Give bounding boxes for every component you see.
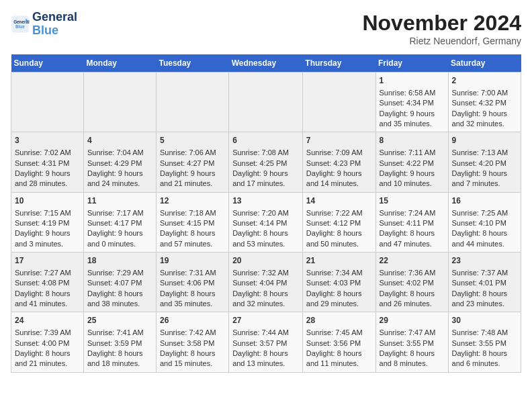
day-info: Sunrise: 7:37 AM Sunset: 4:01 PM Dayligh… [452, 269, 508, 308]
calendar-cell: 20Sunrise: 7:32 AM Sunset: 4:04 PM Dayli… [229, 253, 303, 312]
day-info: Sunrise: 7:06 AM Sunset: 4:27 PM Dayligh… [160, 148, 216, 187]
month-title: November 2024 [362, 11, 521, 36]
calendar-cell [302, 73, 375, 132]
day-number: 5 [160, 135, 225, 146]
day-number: 12 [160, 195, 225, 207]
day-info: Sunrise: 7:25 AM Sunset: 4:10 PM Dayligh… [452, 209, 508, 248]
day-info: Sunrise: 7:08 AM Sunset: 4:25 PM Dayligh… [232, 148, 289, 187]
day-number: 8 [380, 135, 445, 146]
day-number: 25 [87, 315, 152, 326]
day-info: Sunrise: 7:04 AM Sunset: 4:29 PM Dayligh… [87, 148, 144, 187]
day-info: Sunrise: 7:02 AM Sunset: 4:31 PM Dayligh… [15, 148, 71, 187]
day-info: Sunrise: 7:41 AM Sunset: 3:59 PM Dayligh… [87, 328, 144, 367]
day-info: Sunrise: 7:22 AM Sunset: 4:12 PM Dayligh… [306, 209, 363, 248]
day-info: Sunrise: 7:48 AM Sunset: 3:55 PM Dayligh… [452, 328, 508, 367]
day-info: Sunrise: 7:13 AM Sunset: 4:20 PM Dayligh… [452, 148, 508, 187]
calendar-cell: 13Sunrise: 7:20 AM Sunset: 4:14 PM Dayli… [229, 192, 303, 252]
day-info: Sunrise: 7:24 AM Sunset: 4:11 PM Dayligh… [380, 209, 436, 248]
day-number: 11 [87, 195, 152, 207]
day-number: 2 [452, 75, 517, 87]
header: General Blue General Blue November 2024 … [11, 11, 521, 46]
day-number: 1 [380, 75, 445, 87]
calendar-cell: 27Sunrise: 7:44 AM Sunset: 3:57 PM Dayli… [229, 312, 303, 372]
calendar-cell: 1Sunrise: 6:58 AM Sunset: 4:34 PM Daylig… [375, 73, 448, 132]
day-number: 19 [160, 255, 225, 267]
week-row-3: 10Sunrise: 7:15 AM Sunset: 4:19 PM Dayli… [11, 192, 521, 252]
day-info: Sunrise: 7:31 AM Sunset: 4:06 PM Dayligh… [160, 269, 216, 308]
calendar-cell: 25Sunrise: 7:41 AM Sunset: 3:59 PM Dayli… [83, 312, 156, 372]
day-info: Sunrise: 7:18 AM Sunset: 4:15 PM Dayligh… [160, 209, 216, 248]
day-info: Sunrise: 7:47 AM Sunset: 3:55 PM Dayligh… [380, 328, 436, 367]
day-number: 7 [306, 135, 372, 146]
day-info: Sunrise: 7:11 AM Sunset: 4:22 PM Dayligh… [380, 148, 436, 187]
calendar-cell: 14Sunrise: 7:22 AM Sunset: 4:12 PM Dayli… [302, 192, 375, 252]
calendar-cell: 11Sunrise: 7:17 AM Sunset: 4:17 PM Dayli… [83, 192, 156, 252]
day-info: Sunrise: 7:27 AM Sunset: 4:08 PM Dayligh… [15, 269, 71, 308]
calendar-cell: 7Sunrise: 7:09 AM Sunset: 4:23 PM Daylig… [302, 132, 375, 192]
day-info: Sunrise: 7:34 AM Sunset: 4:03 PM Dayligh… [306, 269, 363, 308]
calendar-cell [229, 73, 303, 132]
weekday-header-monday: Monday [83, 54, 156, 73]
logo-text-general: General [32, 11, 77, 24]
calendar-cell [11, 73, 84, 132]
calendar-cell: 12Sunrise: 7:18 AM Sunset: 4:15 PM Dayli… [156, 192, 228, 252]
day-number: 23 [452, 255, 517, 267]
calendar-cell: 15Sunrise: 7:24 AM Sunset: 4:11 PM Dayli… [375, 192, 448, 252]
day-number: 13 [232, 195, 299, 207]
calendar-cell: 2Sunrise: 7:00 AM Sunset: 4:32 PM Daylig… [448, 73, 521, 132]
logo-text-blue: Blue [32, 24, 77, 38]
calendar-cell [83, 73, 156, 132]
day-number: 21 [306, 255, 372, 267]
calendar-cell: 26Sunrise: 7:42 AM Sunset: 3:58 PM Dayli… [156, 312, 228, 372]
day-info: Sunrise: 7:00 AM Sunset: 4:32 PM Dayligh… [452, 89, 508, 128]
logo: General Blue General Blue [11, 11, 77, 38]
weekday-header-wednesday: Wednesday [229, 54, 303, 73]
day-number: 15 [380, 195, 445, 207]
day-number: 17 [15, 255, 80, 267]
day-info: Sunrise: 7:09 AM Sunset: 4:23 PM Dayligh… [306, 148, 363, 187]
calendar-cell: 4Sunrise: 7:04 AM Sunset: 4:29 PM Daylig… [83, 132, 156, 192]
weekday-header-sunday: Sunday [11, 54, 84, 73]
weekday-header-thursday: Thursday [302, 54, 375, 73]
title-area: November 2024 Rietz Neuendorf, Germany [362, 11, 521, 46]
day-number: 30 [452, 315, 517, 326]
day-info: Sunrise: 7:39 AM Sunset: 4:00 PM Dayligh… [15, 328, 71, 367]
day-number: 28 [306, 315, 372, 326]
day-number: 3 [15, 135, 80, 146]
calendar-cell: 19Sunrise: 7:31 AM Sunset: 4:06 PM Dayli… [156, 253, 228, 312]
weekday-header-tuesday: Tuesday [156, 54, 228, 73]
day-info: Sunrise: 7:36 AM Sunset: 4:02 PM Dayligh… [380, 269, 436, 308]
day-info: Sunrise: 7:44 AM Sunset: 3:57 PM Dayligh… [232, 328, 289, 367]
calendar-cell: 16Sunrise: 7:25 AM Sunset: 4:10 PM Dayli… [448, 192, 521, 252]
day-number: 27 [232, 315, 299, 326]
logo-icon: General Blue [11, 15, 30, 34]
calendar-cell: 5Sunrise: 7:06 AM Sunset: 4:27 PM Daylig… [156, 132, 228, 192]
calendar-cell: 22Sunrise: 7:36 AM Sunset: 4:02 PM Dayli… [375, 253, 448, 312]
calendar-cell [156, 73, 228, 132]
calendar-cell: 6Sunrise: 7:08 AM Sunset: 4:25 PM Daylig… [229, 132, 303, 192]
weekday-header-friday: Friday [375, 54, 448, 73]
calendar-cell: 21Sunrise: 7:34 AM Sunset: 4:03 PM Dayli… [302, 253, 375, 312]
day-number: 20 [232, 255, 299, 267]
calendar-cell: 17Sunrise: 7:27 AM Sunset: 4:08 PM Dayli… [11, 253, 84, 312]
calendar-cell: 29Sunrise: 7:47 AM Sunset: 3:55 PM Dayli… [375, 312, 448, 372]
weekday-header-saturday: Saturday [448, 54, 521, 73]
calendar-cell: 10Sunrise: 7:15 AM Sunset: 4:19 PM Dayli… [11, 192, 84, 252]
calendar-cell: 9Sunrise: 7:13 AM Sunset: 4:20 PM Daylig… [448, 132, 521, 192]
day-number: 16 [452, 195, 517, 207]
day-number: 14 [306, 195, 372, 207]
day-info: Sunrise: 7:29 AM Sunset: 4:07 PM Dayligh… [87, 269, 144, 308]
week-row-1: 1Sunrise: 6:58 AM Sunset: 4:34 PM Daylig… [11, 73, 521, 132]
calendar-cell: 30Sunrise: 7:48 AM Sunset: 3:55 PM Dayli… [448, 312, 521, 372]
day-info: Sunrise: 6:58 AM Sunset: 4:34 PM Dayligh… [380, 89, 436, 128]
weekday-header-row: SundayMondayTuesdayWednesdayThursdayFrid… [11, 54, 521, 73]
day-number: 18 [87, 255, 152, 267]
calendar-table: SundayMondayTuesdayWednesdayThursdayFrid… [11, 54, 521, 373]
day-info: Sunrise: 7:15 AM Sunset: 4:19 PM Dayligh… [15, 209, 71, 248]
calendar-cell: 18Sunrise: 7:29 AM Sunset: 4:07 PM Dayli… [83, 253, 156, 312]
day-number: 29 [380, 315, 445, 326]
day-number: 9 [452, 135, 517, 146]
calendar-cell: 8Sunrise: 7:11 AM Sunset: 4:22 PM Daylig… [375, 132, 448, 192]
calendar-cell: 24Sunrise: 7:39 AM Sunset: 4:00 PM Dayli… [11, 312, 84, 372]
day-info: Sunrise: 7:20 AM Sunset: 4:14 PM Dayligh… [232, 209, 289, 248]
